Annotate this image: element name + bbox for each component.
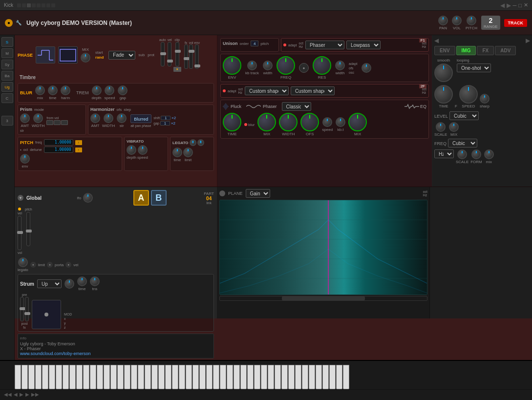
white-key[interactable] xyxy=(15,365,21,389)
wave-box-1[interactable] xyxy=(36,46,55,63)
clip-slider[interactable] xyxy=(175,42,179,66)
strum-knob2[interactable] xyxy=(77,276,87,286)
bottom-arrow-2[interactable]: ◀ xyxy=(14,392,18,397)
f1-center-control[interactable]: ● xyxy=(299,63,309,73)
white-key[interactable] xyxy=(309,365,315,389)
legato-limit-knob[interactable] xyxy=(183,147,193,157)
fx-tab[interactable]: FX xyxy=(477,46,494,55)
vib-speed-knob[interactable] xyxy=(138,145,148,155)
sidebar-btn-5[interactable]: Ug xyxy=(1,82,13,92)
part-b-button[interactable]: B xyxy=(151,190,167,206)
panel-right-arrow[interactable]: ▶ xyxy=(526,37,530,44)
harm-str-knob[interactable] xyxy=(117,113,127,123)
white-key[interactable] xyxy=(49,365,55,389)
fx-slider[interactable] xyxy=(184,44,188,69)
pitch-knob[interactable] xyxy=(467,16,476,25)
detune-display[interactable]: 1.00000 xyxy=(44,147,73,153)
sidebar-btn-3[interactable]: Sy xyxy=(1,60,13,69)
prism-width-knob[interactable] xyxy=(33,113,43,123)
f1-width2-knob[interactable] xyxy=(335,61,345,70)
white-key[interactable] xyxy=(165,365,171,389)
prism-btn-1[interactable] xyxy=(46,120,53,125)
eff-ofs-knob[interactable] xyxy=(300,113,319,131)
sidebar-btn-2[interactable]: M xyxy=(1,48,13,58)
white-key[interactable] xyxy=(343,365,349,389)
white-key[interactable] xyxy=(151,365,158,389)
bottom-arrow-4[interactable]: ▶▶ xyxy=(31,392,39,397)
adv-tab[interactable]: ADV xyxy=(495,46,516,55)
white-key[interactable] xyxy=(227,365,233,389)
prism-btn-3[interactable] xyxy=(61,120,68,125)
level-knob[interactable] xyxy=(436,122,446,132)
vel-slider[interactable] xyxy=(168,42,171,66)
white-key[interactable] xyxy=(131,365,137,389)
harm-amt-knob[interactable] xyxy=(90,113,100,123)
env-slider[interactable] xyxy=(195,44,199,69)
white-key[interactable] xyxy=(28,365,35,389)
filter1-shape-dropdown[interactable]: Phaser xyxy=(305,41,344,49)
trem-gap-knob[interactable] xyxy=(118,85,128,95)
white-key[interactable] xyxy=(42,365,48,389)
white-key[interactable] xyxy=(268,365,274,389)
white-key[interactable] xyxy=(288,365,295,389)
legato-global-knob[interactable] xyxy=(18,257,28,267)
vol-knob[interactable] xyxy=(452,16,462,25)
global-collapse[interactable]: ▼ xyxy=(18,195,23,201)
form-knob[interactable] xyxy=(471,149,481,159)
white-key[interactable] xyxy=(104,365,110,389)
plane-collapse[interactable] xyxy=(219,190,225,196)
white-key[interactable] xyxy=(336,365,342,389)
img-tab[interactable]: IMG xyxy=(456,46,476,55)
white-key[interactable] xyxy=(295,365,301,389)
f1-res-knob[interactable] xyxy=(313,56,331,75)
sidebar-btn-1[interactable]: S xyxy=(1,37,13,47)
hz-dropdown[interactable]: Hz xyxy=(434,149,454,158)
white-key[interactable] xyxy=(254,365,260,389)
white-key[interactable] xyxy=(21,365,28,389)
white-key[interactable] xyxy=(275,365,281,389)
white-key[interactable] xyxy=(329,365,336,389)
white-key[interactable] xyxy=(97,365,103,389)
legato-toggle[interactable]: ● xyxy=(30,262,36,268)
trem-speed-knob[interactable] xyxy=(105,85,114,95)
white-key[interactable] xyxy=(145,365,151,389)
bottom-play[interactable]: ▶ xyxy=(20,392,23,397)
track-button[interactable]: TRACK xyxy=(504,19,528,27)
strum-knob1[interactable] xyxy=(64,279,74,289)
mix-knob[interactable] xyxy=(81,53,90,63)
white-key[interactable] xyxy=(110,365,117,389)
shift-x2[interactable]: ×2 xyxy=(171,116,176,120)
white-key[interactable] xyxy=(213,365,219,389)
f1-kb-track-knob[interactable] xyxy=(247,61,257,70)
vel-led[interactable] xyxy=(18,208,21,211)
filter2-led[interactable] xyxy=(223,89,226,92)
white-key[interactable] xyxy=(90,365,96,389)
pitch-global-slider[interactable] xyxy=(26,212,30,246)
white-key[interactable] xyxy=(117,365,124,389)
classic-dropdown[interactable]: Classic xyxy=(282,102,311,111)
pan-knob[interactable] xyxy=(438,16,448,25)
close-icon[interactable]: ✕ xyxy=(524,2,528,8)
white-key[interactable] xyxy=(240,365,247,389)
blur-harm-knob[interactable] xyxy=(61,85,70,95)
filter2-type-dropdown[interactable]: Custom shape xyxy=(291,86,335,95)
white-key[interactable] xyxy=(206,365,213,389)
prism-btn-2[interactable] xyxy=(54,120,61,125)
f1-osc-knob[interactable] xyxy=(362,63,371,73)
blurred-dropdown[interactable]: Blurred xyxy=(130,114,151,123)
white-key[interactable] xyxy=(69,365,76,389)
white-key[interactable] xyxy=(186,365,192,389)
mix-env-knob[interactable] xyxy=(449,122,459,132)
eff-kbt-knob[interactable] xyxy=(336,117,345,127)
harm-width-knob[interactable] xyxy=(104,113,113,123)
prism-amt-knob[interactable] xyxy=(20,113,30,123)
porta-toggle[interactable]: ● xyxy=(65,262,71,268)
f1-width-knob[interactable] xyxy=(263,61,273,70)
part-a-button[interactable]: A xyxy=(133,190,149,206)
white-key[interactable] xyxy=(302,365,308,389)
mix2-env-knob[interactable] xyxy=(484,149,494,159)
strum-tns-knob[interactable] xyxy=(90,276,100,286)
lfo-knob[interactable] xyxy=(83,193,93,203)
white-key[interactable] xyxy=(261,365,267,389)
waveform-scrollbar[interactable] xyxy=(219,296,427,301)
